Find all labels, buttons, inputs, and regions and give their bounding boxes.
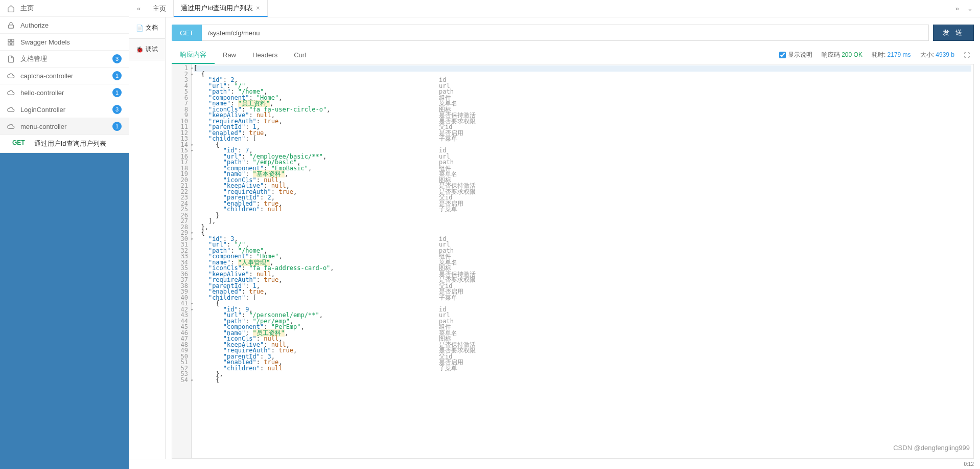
svg-rect-0 <box>9 25 14 28</box>
code-line: "component": "PerEmp", <box>194 324 971 330</box>
page-tab[interactable]: 通过用户Id查询用户列表× <box>174 0 267 17</box>
code-line: "parentId": 1, <box>194 124 971 130</box>
sidebar-item-label: Authorize <box>20 21 122 29</box>
cloud-icon <box>7 72 16 80</box>
sidebar-badge: 1 <box>112 88 122 97</box>
close-icon[interactable]: × <box>256 4 260 12</box>
tab-response-raw[interactable]: Raw <box>215 46 244 64</box>
code-line: "parentId": 3, <box>194 354 971 360</box>
tab-response-curl[interactable]: Curl <box>286 46 314 64</box>
tabs-menu-button[interactable]: ⌄ <box>963 3 977 14</box>
response-meta: 显示说明 响应码 200 OK 耗时: 2179 ms 大小: 4939 b <box>779 51 974 59</box>
sidebar-badge: 3 <box>112 105 122 114</box>
request-bar: GET /system/cfg/menu 发 送 <box>172 25 974 41</box>
expand-icon[interactable]: ⛶ <box>964 52 970 59</box>
code-line: "url": "/personnel/emp/**", <box>194 312 971 319</box>
code-content[interactable]: [ { "id": 2, "url": "/", "path": "/home"… <box>192 64 973 458</box>
code-line: "id": 2, <box>194 77 971 83</box>
svg-rect-4 <box>12 42 14 44</box>
code-gutter: 1234567891011121314151617181920212223242… <box>172 64 192 458</box>
sidebar-badge: 1 <box>112 122 122 131</box>
size-value: 4939 b <box>936 51 954 58</box>
code-line: "keepAlive": null, <box>194 113 971 119</box>
main-area: « 主页通过用户Id查询用户列表× » ⌄ 📄 文档 🐞 调试 GET <box>129 0 980 469</box>
doc-icon: 📄 <box>136 25 144 32</box>
code-comment <box>439 377 476 384</box>
code-line: "component": "EmpBasic", <box>194 166 971 172</box>
show-description-toggle[interactable]: 显示说明 <box>779 51 812 59</box>
code-line: "keepAlive": null, <box>194 183 971 189</box>
tabs-scroll-right-button[interactable]: » <box>951 3 963 14</box>
sidebar-item-hello-controller[interactable]: hello-controller 1 <box>0 84 129 101</box>
show-description-checkbox[interactable] <box>779 52 786 58</box>
code-line: { <box>194 377 971 384</box>
send-button[interactable]: 发 送 <box>933 25 974 41</box>
status-value: 200 OK <box>842 51 862 58</box>
sidebar-item--[interactable]: 主页 <box>0 0 129 17</box>
response-body-viewer: 1234567891011121314151617181920212223242… <box>172 64 974 459</box>
panel-tab-debug[interactable]: 🐞 调试 <box>129 39 165 60</box>
time-label: 耗时: <box>872 51 885 58</box>
page-tab[interactable]: 主页 <box>146 0 174 17</box>
tab-label: 主页 <box>153 4 166 13</box>
home-icon <box>7 5 16 12</box>
code-line: "children": [ <box>194 295 971 301</box>
sidebar-item--[interactable]: 文档管理 3 <box>0 51 129 68</box>
sidebar-item-menu-controller[interactable]: menu-controller 1 <box>0 118 129 135</box>
code-line: "iconCls": null, <box>194 336 971 342</box>
code-line: "requireAuth": true, <box>194 348 971 354</box>
svg-rect-2 <box>12 39 14 41</box>
svg-rect-3 <box>8 42 10 44</box>
code-line: "url": "/", <box>194 242 971 248</box>
tab-response-headers[interactable]: Headers <box>244 46 286 64</box>
cloud-icon <box>7 106 16 114</box>
tab-response-body[interactable]: 响应内容 <box>172 46 215 64</box>
sidebar-item-logincontroller[interactable]: LoginController 3 <box>0 101 129 118</box>
code-comment: 子菜单 <box>439 207 476 213</box>
code-comment <box>439 218 476 225</box>
bug-icon: 🐞 <box>136 46 144 53</box>
doc-debug-panel: 📄 文档 🐞 调试 <box>129 17 166 459</box>
http-method-chip[interactable]: GET <box>172 25 202 41</box>
code-line: "keepAlive": null, <box>194 272 971 278</box>
code-line: "path": "/per/emp", <box>194 319 971 325</box>
watermark: CSDN @dengfengling999 <box>893 444 970 452</box>
status-label: 响应码 <box>822 51 840 58</box>
status-group: 响应码 200 OK <box>822 51 862 59</box>
code-comment: 子菜单 <box>439 295 476 301</box>
collapse-sidebar-button[interactable]: « <box>132 3 146 14</box>
code-line: "enabled": true, <box>194 130 971 137</box>
code-comment: 子菜单 <box>439 366 476 372</box>
code-line: "path": "/home", <box>194 248 971 254</box>
sidebar-badge: 3 <box>112 54 122 63</box>
bottom-strip: 0:12 <box>129 459 980 469</box>
code-line: "requireAuth": true, <box>194 119 971 125</box>
tab-label: 通过用户Id查询用户列表 <box>181 4 253 13</box>
size-label: 大小: <box>920 51 934 58</box>
code-line: "url": "/employee/basic/**", <box>194 154 971 160</box>
sidebar-endpoint-item[interactable]: GET 通过用户Id查询用户列表 <box>0 135 129 153</box>
tab-bar: « 主页通过用户Id查询用户列表× » ⌄ <box>129 0 980 17</box>
sidebar-item-label: 主页 <box>20 4 122 13</box>
code-line: [ <box>194 65 971 72</box>
panel-tab-doc[interactable]: 📄 文档 <box>129 17 165 39</box>
grid-icon <box>7 38 16 46</box>
endpoint-label: 通过用户Id查询用户列表 <box>34 139 106 148</box>
time-value: 2179 ms <box>888 51 911 58</box>
endpoint-method: GET <box>12 139 25 148</box>
code-line: "children": [ <box>194 136 971 142</box>
code-line: "name": "员工资料", <box>194 330 971 337</box>
panel-tab-doc-label: 文档 <box>146 24 158 32</box>
code-line: "url": "/", <box>194 83 971 90</box>
show-description-label: 显示说明 <box>788 51 812 59</box>
doc-icon <box>7 55 16 63</box>
code-line: ], <box>194 218 971 225</box>
sidebar-item-swagger-models[interactable]: Swagger Models <box>0 34 129 51</box>
sidebar-item-authorize[interactable]: Authorize <box>0 17 129 34</box>
code-comment <box>439 225 476 231</box>
code-line: { <box>194 142 971 148</box>
sidebar-item-captcha-controller[interactable]: captcha-controller 1 <box>0 68 129 84</box>
code-line: "path": "/home", <box>194 89 971 95</box>
code-line: "component": "Home", <box>194 95 971 101</box>
request-url-input[interactable]: /system/cfg/menu <box>202 25 929 41</box>
